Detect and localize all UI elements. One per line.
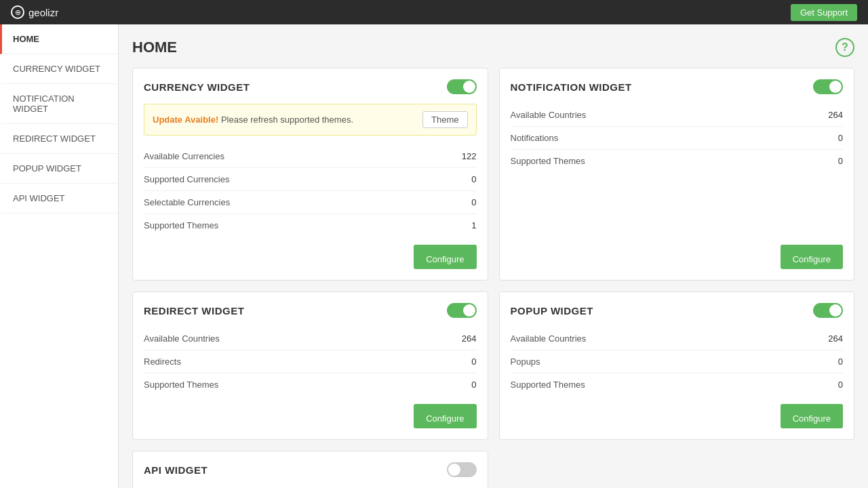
notification-toggle-knob (829, 81, 842, 93)
api-widget-header: API WIDGET (144, 462, 477, 477)
currency-stats: Available Currencies 122 Supported Curre… (144, 145, 477, 237)
popup-configure-button[interactable]: Configure (781, 404, 843, 428)
notification-widget-toggle[interactable] (813, 79, 843, 94)
help-icon[interactable]: ? (835, 38, 854, 57)
stat-value: 0 (838, 133, 843, 143)
popup-stats: Available Countries 264 Popups 0 Support… (511, 327, 844, 396)
page-header: HOME ? (132, 38, 854, 57)
popup-toggle-knob (829, 304, 842, 317)
redirect-stats: Available Countries 264 Redirects 0 Supp… (144, 327, 477, 396)
sidebar-item-notification[interactable]: NOTIFICATION WIDGET (0, 84, 118, 124)
currency-alert-desc: Please refresh supported themes. (218, 115, 353, 125)
stat-value: 0 (838, 357, 843, 367)
notification-configure-button[interactable]: Configure (781, 245, 843, 269)
notification-widget-card: NOTIFICATION WIDGET Available Countries … (499, 68, 855, 281)
stat-label: Notifications (511, 133, 559, 143)
currency-widget-card: CURRENCY WIDGET Update Avaible! Please r… (132, 68, 488, 281)
stat-value: 0 (838, 156, 843, 166)
stat-row: Supported Themes 0 (511, 150, 844, 172)
popup-widget-toggle[interactable] (813, 303, 843, 318)
stat-row: Notifications 0 (511, 127, 844, 150)
stat-row: Available Countries 264 (511, 327, 844, 350)
stat-value: 264 (462, 333, 477, 344)
redirect-widget-toggle[interactable] (447, 303, 477, 318)
page-title: HOME (132, 39, 177, 56)
api-widget-card: API WIDGET (132, 451, 488, 488)
currency-widget-title: CURRENCY WIDGET (144, 81, 250, 93)
stat-label: Available Currencies (144, 151, 224, 161)
sidebar-item-popup[interactable]: POPUP WIDGET (0, 154, 118, 184)
stat-value: 0 (471, 380, 476, 390)
stat-label: Available Countries (511, 110, 587, 120)
stat-row: Supported Themes 0 (511, 373, 844, 396)
stat-label: Available Countries (144, 333, 220, 344)
stat-label: Supported Themes (511, 156, 585, 166)
redirect-widget-header: REDIRECT WIDGET (144, 303, 477, 318)
stat-label: Popups (511, 357, 540, 367)
currency-alert-text: Update Avaible! Please refresh supported… (153, 115, 353, 125)
topbar: ⊕ geolizr Get Support (0, 0, 868, 24)
notification-widget-title: NOTIFICATION WIDGET (511, 81, 632, 93)
redirect-widget-card: REDIRECT WIDGET Available Countries 264 … (132, 291, 488, 440)
stat-row: Available Countries 264 (511, 104, 844, 127)
globe-icon: ⊕ (11, 5, 24, 19)
redirect-card-footer: Configure (144, 396, 477, 428)
stat-value: 1 (471, 220, 476, 230)
api-widget-title: API WIDGET (144, 464, 208, 476)
stat-value: 0 (471, 357, 476, 367)
stat-value: 264 (828, 110, 843, 120)
currency-alert-bold: Update Avaible! (153, 115, 218, 125)
redirect-widget-title: REDIRECT WIDGET (144, 305, 244, 317)
notification-stats: Available Countries 264 Notifications 0 … (511, 104, 844, 237)
currency-card-footer: Configure (144, 237, 477, 269)
stat-label: Supported Themes (144, 220, 218, 230)
popup-widget-card: POPUP WIDGET Available Countries 264 Pop… (499, 291, 855, 440)
stat-label: Selectable Currencies (144, 197, 230, 207)
stat-row: Available Currencies 122 (144, 145, 477, 168)
stat-row: Available Countries 264 (144, 327, 477, 350)
stat-row: Selectable Currencies 0 (144, 191, 477, 214)
main-content: HOME ? CURRENCY WIDGET Update Avaible! P… (119, 24, 868, 488)
popup-widget-header: POPUP WIDGET (511, 303, 844, 318)
logo-text: geolizr (28, 7, 58, 18)
widgets-grid: CURRENCY WIDGET Update Avaible! Please r… (132, 68, 854, 488)
stat-label: Supported Currencies (144, 174, 229, 184)
currency-widget-toggle[interactable] (447, 79, 477, 94)
currency-toggle-knob (463, 81, 475, 93)
sidebar-item-currency[interactable]: CURRENCY WIDGET (0, 54, 118, 84)
stat-label: Redirects (144, 357, 181, 367)
stat-row: Supported Currencies 0 (144, 168, 477, 191)
popup-card-footer: Configure (511, 396, 844, 428)
stat-value: 0 (471, 174, 476, 184)
sidebar-item-home[interactable]: HOME (0, 24, 118, 54)
logo: ⊕ geolizr (11, 5, 58, 19)
popup-widget-title: POPUP WIDGET (511, 305, 593, 317)
sidebar-item-redirect[interactable]: REDIRECT WIDGET (0, 124, 118, 154)
stat-label: Available Countries (511, 333, 587, 344)
stat-value: 0 (838, 380, 843, 390)
sidebar-item-api[interactable]: API WIDGET (0, 184, 118, 214)
redirect-toggle-knob (463, 304, 475, 317)
stat-value: 0 (471, 197, 476, 207)
stat-value: 264 (828, 333, 843, 344)
currency-alert-box: Update Avaible! Please refresh supported… (144, 104, 477, 136)
stat-row: Supported Themes 1 (144, 214, 477, 237)
stat-row: Supported Themes 0 (144, 373, 477, 396)
notification-card-footer: Configure (511, 237, 844, 269)
api-toggle-knob (448, 464, 460, 476)
redirect-configure-button[interactable]: Configure (414, 404, 476, 428)
stat-label: Supported Themes (144, 380, 218, 390)
stat-row: Popups 0 (511, 350, 844, 373)
currency-widget-header: CURRENCY WIDGET (144, 79, 477, 94)
sidebar: HOME CURRENCY WIDGET NOTIFICATION WIDGET… (0, 24, 119, 488)
theme-button[interactable]: Theme (422, 111, 467, 128)
notification-widget-header: NOTIFICATION WIDGET (511, 79, 844, 94)
stat-label: Supported Themes (511, 380, 585, 390)
currency-configure-button[interactable]: Configure (414, 245, 476, 269)
stat-value: 122 (462, 151, 477, 161)
api-widget-toggle[interactable] (447, 462, 477, 477)
stat-row: Redirects 0 (144, 350, 477, 373)
get-support-button[interactable]: Get Support (791, 4, 857, 21)
